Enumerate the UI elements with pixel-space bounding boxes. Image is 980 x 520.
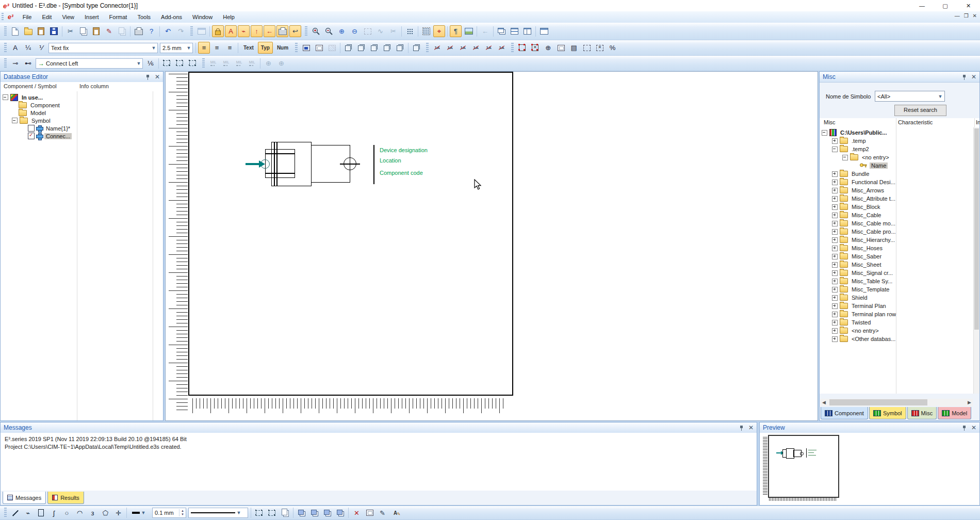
draw-circle-button[interactable]: ○ — [61, 507, 73, 519]
save-frame-button[interactable] — [300, 42, 312, 54]
format-painter-button[interactable]: ✎ — [103, 25, 115, 37]
tree-item-temp2[interactable]: .temp2 — [820, 145, 974, 153]
save-button[interactable] — [48, 25, 60, 37]
column-characteristic[interactable]: Characteristic — [898, 119, 933, 125]
minimize-button[interactable]: — — [910, 0, 934, 11]
help-button[interactable]: ? — [145, 25, 157, 37]
tree-item-no-entry[interactable]: <no entry> — [820, 153, 974, 161]
expand-icon[interactable] — [832, 171, 838, 177]
sheet-frame-button[interactable] — [555, 42, 567, 54]
close-icon[interactable]: ✕ — [971, 424, 976, 431]
zoom-window-button[interactable] — [362, 25, 373, 37]
text-mode-button[interactable]: Text — [240, 42, 257, 54]
cascade-button[interactable] — [496, 25, 508, 37]
menu-help[interactable]: Help — [218, 12, 240, 22]
maximize-button[interactable]: ▢ — [934, 0, 957, 11]
order-back-button[interactable] — [334, 507, 346, 519]
menu-insert[interactable]: Insert — [79, 12, 104, 22]
handles-rect-button[interactable] — [516, 42, 528, 54]
tree-item-misc-cable-pro[interactable]: Misc_Cable pro... — [820, 228, 974, 236]
close-icon[interactable]: ✕ — [748, 424, 754, 431]
spinner-arrows-icon[interactable]: ▲▼ — [179, 509, 186, 516]
view-cube-5-button[interactable] — [394, 42, 406, 54]
tree-item-misc-saber[interactable]: Misc_Saber — [820, 252, 974, 261]
scale-4-button[interactable]: 1A — [470, 42, 482, 54]
tree-item-misc-table-sy[interactable]: Misc_Table Sy... — [820, 277, 974, 285]
text-style-combo[interactable]: Text fix▼ — [48, 43, 158, 53]
menu-window[interactable]: Window — [187, 12, 218, 22]
zoom-sheet-button[interactable]: ⊖ — [349, 25, 361, 37]
print-pins-button[interactable] — [276, 25, 288, 37]
tree-item-name[interactable]: Name — [820, 161, 974, 170]
mdi-restore-button[interactable]: ❐ — [964, 13, 969, 19]
scroll-right-icon[interactable]: ▶ — [966, 400, 973, 405]
expand-icon[interactable] — [832, 295, 838, 301]
import-button[interactable] — [35, 25, 47, 37]
line-style-combo[interactable]: ▼ — [188, 508, 248, 518]
tree-item-misc-hoses[interactable]: Misc_Hoses — [820, 244, 974, 252]
line-width-preset-combo[interactable]: ▼ — [129, 508, 150, 518]
lock-button[interactable] — [212, 25, 224, 37]
fraction-button[interactable]: ⅙ — [144, 57, 156, 69]
expand-icon[interactable] — [832, 312, 838, 317]
tile-vertical-button[interactable] — [521, 25, 533, 37]
draw-polygon-button[interactable]: ⬠ — [100, 507, 111, 519]
tree-item-misc-template[interactable]: Misc_Template — [820, 285, 974, 294]
symbol-name-combo[interactable]: <All> ▼ — [875, 91, 945, 102]
tree-item-no-entry[interactable]: <no entry> — [820, 327, 974, 335]
tree-item-terminal-plan[interactable]: Terminal Plan — [820, 302, 974, 310]
node-single-button[interactable]: ⊸ — [9, 57, 21, 69]
grid-select-button[interactable] — [420, 25, 432, 37]
menu-tools[interactable]: Tools — [132, 12, 156, 22]
paste-button[interactable] — [90, 25, 102, 37]
expand-icon[interactable] — [832, 221, 838, 226]
tree-item-temp[interactable]: .temp — [820, 137, 974, 145]
device-designation-label[interactable]: Device designation — [380, 147, 428, 153]
order-forward-button[interactable] — [308, 507, 320, 519]
tree-item-misc-signal-cr[interactable]: Misc_Signal cr... — [820, 269, 974, 277]
close-button[interactable]: ✕ — [957, 0, 980, 11]
select-rotate-button[interactable] — [187, 57, 199, 69]
select-group-2-button[interactable] — [174, 57, 186, 69]
close-icon[interactable]: ✕ — [155, 73, 160, 80]
pin-icon[interactable] — [962, 74, 967, 80]
open-button[interactable] — [22, 25, 34, 37]
transform-button[interactable]: ✛ — [112, 507, 124, 519]
copy-button[interactable] — [77, 25, 89, 37]
select-group-button[interactable] — [161, 57, 173, 69]
align-left-button[interactable]: ≡ — [198, 42, 210, 54]
tree-item-misc-cable[interactable]: Misc_Cable — [820, 211, 974, 219]
trim-button[interactable]: ✂ — [387, 25, 399, 37]
expand-icon[interactable] — [832, 237, 838, 243]
expand-icon[interactable] — [832, 138, 838, 144]
tree-item-misc-arrows[interactable]: Misc_Arrows — [820, 186, 974, 194]
escape-tool-button[interactable]: ↩ — [289, 25, 301, 37]
view-cube-1-button[interactable] — [342, 42, 354, 54]
typ-mode-button[interactable]: Typ — [258, 42, 273, 54]
num-mode-button[interactable]: Num — [274, 42, 291, 54]
order-backward-button[interactable] — [321, 507, 333, 519]
select-area-button[interactable] — [266, 507, 278, 519]
draw-arc-button[interactable]: ◠ — [74, 507, 86, 519]
copy-graphic-button[interactable] — [116, 25, 128, 37]
expand-icon[interactable] — [832, 254, 838, 259]
text-block-button[interactable]: ▤ — [568, 42, 580, 54]
expand-icon[interactable] — [832, 287, 838, 293]
delete-button[interactable]: ✕ — [351, 507, 363, 519]
tree-item-name-1[interactable]: Name{1}* — [1, 124, 163, 132]
tree-item-connec[interactable]: Connec... — [1, 132, 163, 140]
draw-spline-button[interactable]: ʃ — [48, 507, 60, 519]
tree-item-terminal-plan-row[interactable]: Terminal plan row — [820, 310, 974, 318]
font-button[interactable]: A — [9, 42, 21, 54]
align-target-1-button[interactable]: ⊕ — [263, 57, 274, 69]
expand-icon[interactable] — [832, 303, 838, 309]
scale-1-button[interactable]: 1A — [431, 42, 443, 54]
scale-2-button[interactable]: 1A — [444, 42, 456, 54]
mil-4-button[interactable]: MIL — [246, 57, 258, 69]
tab-component[interactable]: Component — [821, 407, 868, 419]
column-info-clipped[interactable]: In — [976, 119, 980, 125]
scale-6-button[interactable]: 1A — [496, 42, 508, 54]
text-scale-button[interactable]: ¼ — [22, 42, 34, 54]
origin-button[interactable]: ⊕ — [542, 42, 554, 54]
mil-1-button[interactable]: MIL — [207, 57, 219, 69]
